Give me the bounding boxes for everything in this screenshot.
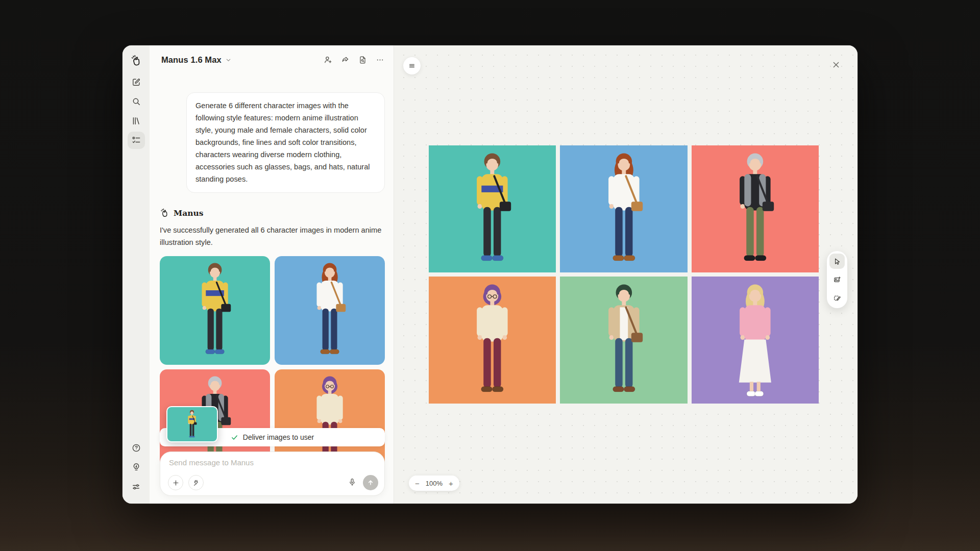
icon-sidebar [122,45,150,504]
character-image-6[interactable] [692,277,819,404]
image-plus-icon [833,276,842,284]
search-icon[interactable] [128,93,145,110]
chat-header-actions [323,55,385,65]
canvas-toolbar [827,251,847,308]
library-icon[interactable] [128,112,145,130]
menu-button[interactable] [403,57,421,74]
delivered-image-thumbnail[interactable] [166,406,218,442]
preferences-icon[interactable] [128,478,145,495]
character-thumbnail-2[interactable] [275,256,385,365]
manus-logo-icon [160,208,169,218]
manus-app-window: Manus 1.6 Max Generate 6 different chara… [122,45,857,504]
microphone-icon[interactable] [347,477,358,488]
assistant-name: Manus [174,208,203,218]
help-icon[interactable] [128,439,145,457]
message-composer [160,452,385,496]
chat-header: Manus 1.6 Max [150,45,394,74]
add-collaborator-icon[interactable] [323,55,333,65]
character-image-5[interactable] [560,277,687,404]
select-tool-button[interactable] [829,254,845,269]
close-icon[interactable] [830,59,842,71]
send-button[interactable] [363,475,378,490]
zoom-out-button[interactable]: − [415,480,420,487]
tasks-icon[interactable] [128,132,145,149]
chevron-down-icon [225,57,232,63]
character-image-grid [429,145,819,404]
character-image-2[interactable] [560,145,687,272]
toast-label: Deliver images to user [243,433,314,441]
add-image-tool-button[interactable] [829,272,845,287]
share-icon[interactable] [340,55,350,65]
manus-logo-icon[interactable] [128,52,145,69]
user-message-bubble: Generate 6 different character images wi… [186,92,385,193]
view-files-icon[interactable] [358,55,368,65]
assistant-header: Manus [160,208,385,218]
edit-selection-tool-button[interactable] [829,290,845,306]
zoom-control: − 100% + [409,475,459,491]
whats-new-icon[interactable] [128,459,145,476]
desktop-background: Manus 1.6 Max Generate 6 different chara… [0,0,980,551]
composer-actions [168,475,378,490]
zoom-in-button[interactable]: + [449,480,453,487]
more-options-icon[interactable] [375,55,385,65]
arrow-up-icon [366,479,375,487]
image-viewer-panel: − 100% + [394,45,857,504]
zoom-level: 100% [426,480,443,487]
cursor-icon [833,257,842,266]
connectors-icon[interactable] [188,475,204,490]
character-image-4[interactable] [429,277,556,404]
edit-selection-icon [833,294,842,303]
model-selector[interactable]: Manus 1.6 Max [161,55,232,65]
chat-panel: Manus 1.6 Max Generate 6 different chara… [150,45,394,504]
new-task-icon[interactable] [128,73,145,91]
menu-icon [408,62,416,70]
chat-title: Manus 1.6 Max [161,55,222,65]
character-image-1[interactable] [429,145,556,272]
character-image-3[interactable] [692,145,819,272]
character-thumbnail-1[interactable] [160,256,270,365]
user-message-text: Generate 6 different character images wi… [195,102,370,183]
assistant-message-text: I've successfully generated all 6 charac… [160,224,384,248]
message-input[interactable] [168,458,378,467]
check-icon [231,434,238,441]
attach-icon[interactable] [168,475,183,490]
